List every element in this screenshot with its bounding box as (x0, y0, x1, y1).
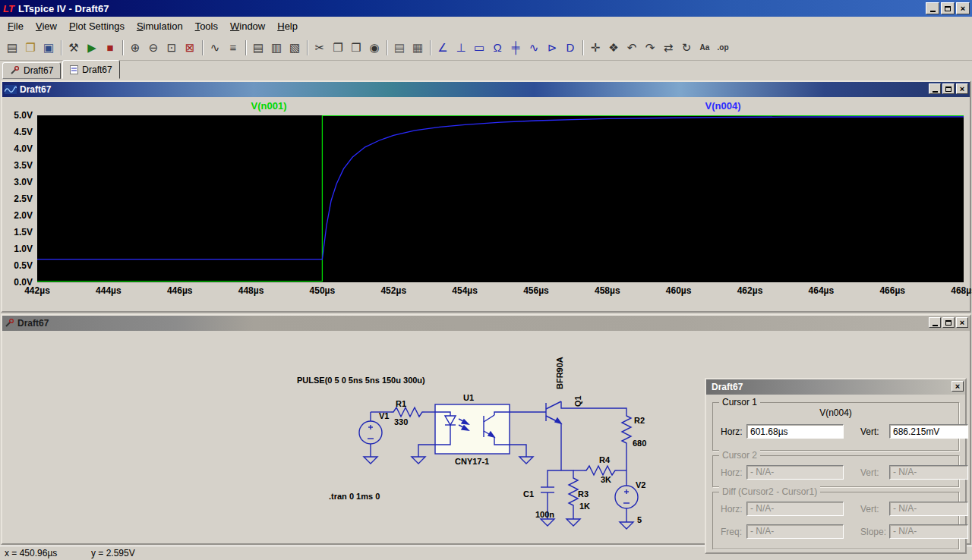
ground-icon[interactable]: ⊥ (452, 38, 470, 58)
mirror-icon[interactable]: ⇄ (659, 38, 677, 58)
copy-icon[interactable]: ❐ (329, 38, 347, 58)
tab-label: Draft67 (24, 65, 53, 76)
r3-value-label[interactable]: 1K (579, 502, 590, 511)
zoom-full-extents-icon[interactable]: ⊡ (163, 38, 181, 58)
schematic-close-button[interactable]: × (956, 317, 968, 328)
r4-resistor[interactable] (573, 466, 626, 475)
tab-draft67-schematic[interactable]: Draft67 (62, 60, 119, 79)
cursor-panel-close-button[interactable]: × (951, 381, 964, 392)
print-icon[interactable]: ▦ (409, 38, 427, 58)
save-icon[interactable]: ▣ (39, 38, 58, 58)
c1-value-label[interactable]: 100n (535, 510, 554, 519)
new-schematic-icon[interactable]: ▤ (3, 38, 21, 58)
restore-button[interactable] (941, 2, 955, 14)
q1-ref-label[interactable]: Q1 (573, 395, 582, 407)
print-setup-icon[interactable]: ▤ (390, 38, 409, 58)
minimize-button[interactable] (926, 2, 939, 14)
menu-tools[interactable]: Tools (189, 18, 224, 34)
wire[interactable] (548, 470, 561, 487)
c1-ref-label[interactable]: C1 (523, 489, 534, 499)
menu-simulation[interactable]: Simulation (131, 18, 189, 34)
r1-value-label[interactable]: 330 (394, 417, 408, 426)
cursor1-vert-input[interactable] (889, 424, 968, 439)
r2-value-label[interactable]: 680 (633, 439, 646, 448)
tile-vertical-icon[interactable]: ▥ (267, 38, 286, 58)
capacitor-icon[interactable]: ╪ (507, 38, 525, 58)
v2-voltage-source[interactable] (615, 470, 638, 529)
drag-icon[interactable]: ❖ (604, 38, 623, 58)
diode-icon[interactable]: ⊳ (543, 38, 561, 58)
zoom-out-icon[interactable]: ⊠ (181, 38, 199, 58)
q1-transistor[interactable] (546, 401, 626, 470)
r3-ref-label[interactable]: R3 (578, 489, 589, 499)
zoom-back-icon[interactable]: ⊖ (144, 38, 163, 58)
control-panel-icon[interactable]: ⚒ (65, 38, 83, 58)
menu-file[interactable]: File (2, 18, 30, 34)
component-icon[interactable]: D (561, 38, 579, 58)
autorange-y-icon[interactable]: ∿ (206, 38, 224, 58)
inductor-icon[interactable]: ∿ (525, 38, 543, 58)
menu-plot-settings[interactable]: Plot Settings (63, 18, 131, 34)
cursor2-group: Cursor 2 Horz: - N/A- Vert: - N/A- (712, 455, 959, 487)
schematic-title-bar[interactable]: Draft67 × (2, 316, 970, 331)
move-icon[interactable]: ✛ (586, 38, 604, 58)
v1-ref-label[interactable]: V1 (379, 411, 389, 420)
resistor-icon[interactable]: Ω (488, 38, 507, 58)
v2-value-label[interactable]: 5 (637, 515, 642, 524)
tab-draft67-waveform[interactable]: Draft67 (2, 62, 61, 79)
label-net-icon[interactable]: ▭ (470, 38, 488, 58)
halt-icon[interactable]: ■ (101, 38, 119, 58)
x-axis-labels[interactable]: 442µs444µs446µs448µs450µs452µs454µs456µs… (37, 285, 964, 299)
u1-optocoupler[interactable] (412, 404, 533, 464)
waveform-title-bar[interactable]: Draft67 × (2, 82, 970, 97)
v2-ref-label[interactable]: V2 (636, 480, 645, 489)
waveform-minimize-button[interactable] (929, 83, 941, 94)
menu-help[interactable]: Help (271, 18, 304, 34)
menu-window[interactable]: Window (224, 18, 271, 34)
open-icon[interactable]: ❐ (21, 38, 39, 58)
text-icon[interactable]: Aa (696, 38, 714, 58)
r2-resistor[interactable] (622, 414, 631, 470)
cascade-windows-icon[interactable]: ▧ (286, 38, 304, 58)
r4-ref-label[interactable]: R4 (599, 455, 611, 464)
cursor1-horz-input[interactable] (746, 424, 844, 439)
undo-icon[interactable]: ↶ (623, 38, 641, 58)
pulse-directive-text[interactable]: PULSE(0 5 0 5ns 5ns 150u 300u) (297, 376, 425, 385)
cursor-panel-title-bar[interactable]: Draft67 × (706, 379, 965, 395)
y-tick-label: 4.0V (14, 143, 33, 154)
x-tick-label: 448µs (238, 285, 264, 296)
schematic-maximize-button[interactable] (942, 317, 955, 328)
schematic-page-icon (70, 65, 78, 74)
trace-label-vn004[interactable]: V(n004) (705, 100, 741, 112)
redo-icon[interactable]: ↷ (641, 38, 659, 58)
trace-label-vn001[interactable]: V(n001) (251, 100, 287, 112)
y-axis-labels[interactable]: 5.0V4.5V4.0V3.5V3.0V2.5V2.0V1.5V1.0V0.5V… (2, 115, 34, 282)
spice-directive-icon[interactable]: .op (714, 38, 732, 58)
u1-value-label[interactable]: CNY17-1 (455, 457, 489, 466)
paste-icon[interactable]: ❒ (347, 38, 365, 58)
close-button[interactable]: × (956, 2, 970, 14)
r4-value-label[interactable]: 3K (601, 475, 611, 484)
menu-view[interactable]: View (30, 18, 63, 34)
plot-area[interactable] (37, 115, 964, 282)
waveform-maximize-button[interactable] (942, 83, 955, 94)
tran-directive-text[interactable]: .tran 0 1ms 0 (329, 492, 380, 501)
ground-symbol (412, 457, 425, 464)
r1-resistor[interactable] (391, 407, 435, 417)
r1-ref-label[interactable]: R1 (396, 399, 406, 408)
zoom-in-icon[interactable]: ⊕ (126, 38, 144, 58)
run-icon[interactable]: ▶ (83, 38, 101, 58)
wire-icon[interactable]: ∠ (434, 38, 452, 58)
waveform-close-button[interactable]: × (956, 83, 968, 94)
u1-ref-label[interactable]: U1 (463, 393, 474, 402)
c1-capacitor[interactable] (541, 487, 554, 526)
plot-settings-icon[interactable]: ≡ (224, 38, 242, 58)
q1-value-label[interactable]: BFR90A (555, 357, 564, 389)
find-icon[interactable]: ◉ (365, 38, 383, 58)
tile-horizontal-icon[interactable]: ▤ (249, 38, 267, 58)
diff-freq-label: Freq: (721, 527, 742, 537)
r2-ref-label[interactable]: R2 (634, 416, 645, 425)
cut-icon[interactable]: ✂ (311, 38, 329, 58)
rotate-icon[interactable]: ↻ (677, 38, 696, 58)
schematic-minimize-button[interactable] (929, 317, 941, 328)
